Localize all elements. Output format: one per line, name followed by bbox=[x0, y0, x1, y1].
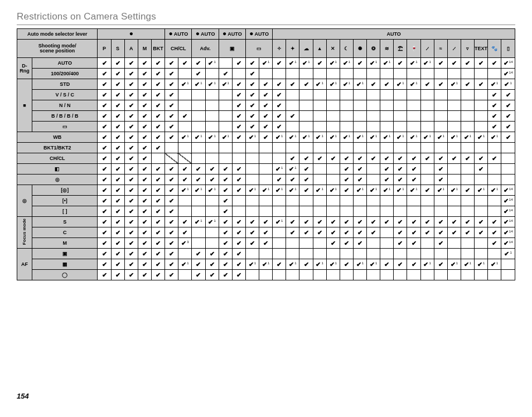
cell-14-8 bbox=[205, 206, 219, 217]
cell-12-15: ✔ bbox=[299, 185, 313, 196]
cell-16-15: ✔ bbox=[299, 227, 313, 238]
cell-3-18 bbox=[340, 90, 353, 100]
cell-0-28: ✔ bbox=[475, 58, 488, 69]
cell-15-29: ✔ bbox=[488, 217, 501, 227]
cell-5-28 bbox=[475, 111, 488, 122]
cell-4-19 bbox=[353, 100, 366, 111]
cell-8-18 bbox=[340, 143, 353, 153]
cell-17-27 bbox=[461, 238, 474, 249]
cell-19-4: ✔ bbox=[151, 259, 165, 270]
cell-17-5: ✔ bbox=[165, 238, 178, 249]
cell-14-12 bbox=[259, 206, 273, 217]
cell-2-13: ✔ bbox=[273, 79, 286, 90]
cell-6-22 bbox=[394, 122, 407, 132]
cell-12-2: ✔ bbox=[124, 185, 138, 196]
cell-7-1: ✔ bbox=[111, 132, 124, 143]
cell-13-19 bbox=[353, 196, 366, 206]
cell-1-7: ✔ bbox=[192, 69, 205, 79]
cell-1-23 bbox=[407, 69, 420, 79]
rowlabel-10: ◧ bbox=[17, 164, 98, 174]
cell-16-20: ✔ bbox=[367, 227, 380, 238]
cell-20-4: ✔ bbox=[151, 270, 165, 280]
cell-17-25: ✔ bbox=[434, 238, 447, 249]
cell-1-2: ✔ bbox=[124, 69, 138, 79]
cell-4-28 bbox=[475, 100, 488, 111]
cell-17-8 bbox=[205, 238, 219, 249]
cell-10-13: ✔1 bbox=[273, 164, 286, 174]
cell-8-7 bbox=[192, 143, 205, 153]
rowlabel-11: ◎ bbox=[17, 174, 98, 185]
cell-17-29: ✔ bbox=[488, 238, 501, 249]
cell-12-20: ✔1 bbox=[367, 185, 380, 196]
cell-8-19 bbox=[353, 143, 366, 153]
cell-15-15: ✔ bbox=[299, 217, 313, 227]
cell-16-17: ✔ bbox=[326, 227, 340, 238]
cell-15-21: ✔ bbox=[380, 217, 394, 227]
cell-7-17: ✔1 bbox=[326, 132, 340, 143]
cell-6-2: ✔ bbox=[124, 122, 138, 132]
cell-10-19: ✔ bbox=[353, 164, 366, 174]
cell-13-30: ✔14 bbox=[501, 196, 515, 206]
cell-3-7 bbox=[192, 90, 205, 100]
cell-3-25 bbox=[434, 90, 447, 100]
title-rule bbox=[17, 25, 515, 25]
cell-12-4: ✔ bbox=[151, 185, 165, 196]
cell-1-15 bbox=[299, 69, 313, 79]
cell-0-0: ✔ bbox=[98, 58, 111, 69]
cell-5-14: ✔ bbox=[286, 111, 299, 122]
cell-16-5: ✔ bbox=[165, 227, 178, 238]
cell-20-13 bbox=[273, 270, 286, 280]
cell-2-29: ✔1 bbox=[488, 79, 501, 90]
cell-19-11: ✔1 bbox=[245, 259, 259, 270]
cell-4-14 bbox=[286, 100, 299, 111]
cat-18: AF bbox=[17, 249, 32, 280]
cell-1-8 bbox=[205, 69, 219, 79]
cell-20-17 bbox=[326, 270, 340, 280]
cell-11-15: ✔ bbox=[299, 174, 313, 185]
col-c20: ❂ bbox=[367, 40, 380, 58]
cell-3-13: ✔ bbox=[273, 90, 286, 100]
cell-0-29: ✔ bbox=[488, 58, 501, 69]
col-box2: ▭ bbox=[245, 40, 272, 58]
cell-20-2: ✔ bbox=[124, 270, 138, 280]
cell-16-14: ✔ bbox=[286, 227, 299, 238]
cell-19-0: ✔ bbox=[98, 259, 111, 270]
cell-19-9: ✔ bbox=[219, 259, 232, 270]
cell-14-4: ✔ bbox=[151, 206, 165, 217]
cell-13-18 bbox=[340, 196, 353, 206]
cell-17-14 bbox=[286, 238, 299, 249]
cell-11-28 bbox=[475, 174, 488, 185]
cell-0-15: ✔1 bbox=[299, 58, 313, 69]
cell-6-20 bbox=[367, 122, 380, 132]
cell-16-16: ✔ bbox=[313, 227, 326, 238]
shoot-mode-label: Shooting mode/scene position bbox=[17, 40, 98, 58]
cell-12-8: ✔1 bbox=[205, 185, 219, 196]
cell-18-20 bbox=[367, 249, 380, 259]
cell-4-2: ✔ bbox=[124, 100, 138, 111]
cell-15-0: ✔ bbox=[98, 217, 111, 227]
cell-15-25: ✔ bbox=[434, 217, 447, 227]
cell-18-5: ✔ bbox=[165, 249, 178, 259]
cell-9-19: ✔ bbox=[353, 153, 366, 164]
cell-15-20: ✔ bbox=[367, 217, 380, 227]
col-c21: ≋ bbox=[380, 40, 394, 58]
cell-9-8 bbox=[205, 153, 219, 164]
cell-9-16: ✔ bbox=[313, 153, 326, 164]
cell-9-5 bbox=[165, 153, 178, 164]
cell-9-29: ✔ bbox=[488, 153, 501, 164]
cell-6-21 bbox=[380, 122, 394, 132]
cell-9-3: ✔ bbox=[138, 153, 151, 164]
cell-6-9 bbox=[219, 122, 232, 132]
cell-19-18: ✔ bbox=[340, 259, 353, 270]
cell-12-16: ✔1 bbox=[313, 185, 326, 196]
cell-15-13: ✔1 bbox=[273, 217, 286, 227]
rowlabel-4: N / N bbox=[32, 100, 98, 111]
cell-4-21 bbox=[380, 100, 394, 111]
cell-3-22 bbox=[394, 90, 407, 100]
col-c26: ⟋ bbox=[447, 40, 461, 58]
cell-19-28: ✔1 bbox=[475, 259, 488, 270]
cell-11-2: ✔ bbox=[124, 174, 138, 185]
cell-5-27 bbox=[461, 111, 474, 122]
cell-20-12 bbox=[259, 270, 273, 280]
rowlabel-17: M bbox=[32, 238, 98, 249]
